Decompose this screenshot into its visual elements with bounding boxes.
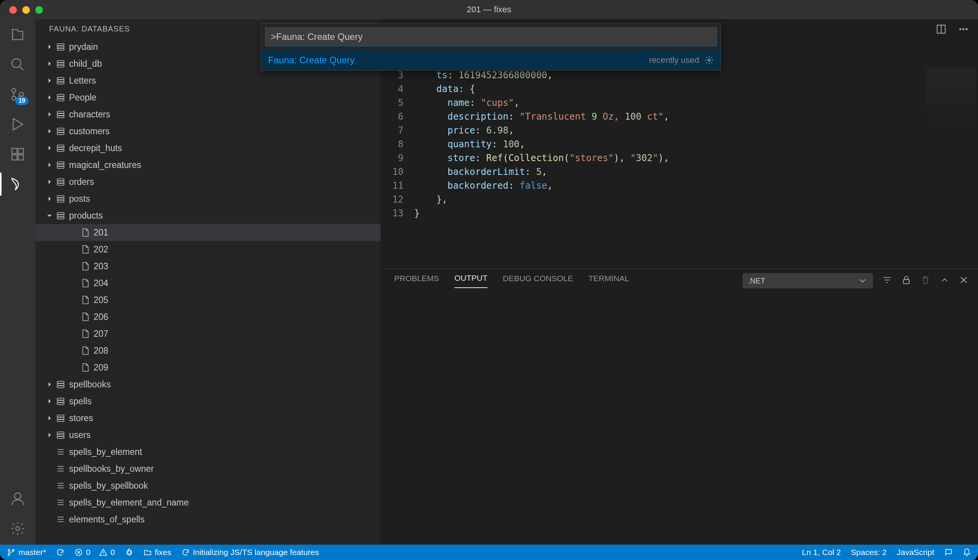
palette-result-item[interactable]: Fauna: Create Query recently used	[261, 50, 721, 70]
activity-bar: 19	[0, 19, 35, 545]
tree-item[interactable]: users	[35, 427, 380, 443]
gear-icon[interactable]	[705, 56, 714, 65]
svg-point-0	[12, 59, 21, 68]
run-debug-icon[interactable]	[9, 116, 26, 133]
tab-output[interactable]: OUTPUT	[455, 273, 488, 288]
tree-item[interactable]: stores	[35, 410, 380, 427]
source-control-icon[interactable]: 19	[9, 86, 26, 103]
tree-item[interactable]: decrepit_huts	[35, 140, 380, 157]
clear-output-icon[interactable]	[920, 275, 930, 287]
indent-status[interactable]: Spaces: 2	[851, 548, 887, 557]
svg-rect-22	[57, 111, 64, 113]
sidebar: FAUNA: DATABASES prydainchild_dbLettersP…	[35, 19, 380, 545]
window-title: 201 — fixes	[467, 5, 511, 15]
svg-point-64	[708, 59, 710, 62]
tree-label: spells_by_element_and_name	[69, 497, 189, 508]
svg-rect-7	[18, 155, 23, 160]
tree-item[interactable]: 205	[35, 292, 380, 308]
folder-status[interactable]: fixes	[143, 548, 172, 557]
tree-item[interactable]: spells	[35, 393, 380, 410]
tree-label: spellbooks_by_owner	[69, 464, 154, 474]
problems-status[interactable]: 0 0	[74, 548, 115, 557]
tree-item[interactable]: Letters	[35, 72, 380, 89]
svg-rect-33	[57, 167, 64, 168]
tree-item[interactable]: characters	[35, 106, 380, 123]
output-channel-select[interactable]: .NET	[743, 273, 873, 288]
lock-scroll-icon[interactable]	[901, 275, 911, 287]
tab-debug-console[interactable]: DEBUG CONSOLE	[503, 274, 573, 288]
svg-rect-42	[57, 217, 64, 219]
tree-item[interactable]: 201	[35, 224, 380, 241]
tree-item[interactable]: magical_creatures	[35, 157, 380, 173]
search-icon[interactable]	[9, 56, 26, 73]
command-palette-input[interactable]	[265, 27, 717, 47]
window-minimize[interactable]	[22, 6, 30, 14]
svg-rect-18	[57, 82, 64, 84]
sync-icon[interactable]	[56, 548, 65, 557]
init-status[interactable]: Initializing JS/TS language features	[182, 548, 319, 557]
tree-item[interactable]: spellbooks_by_owner	[35, 460, 380, 477]
tree-item[interactable]: posts	[35, 190, 380, 207]
svg-rect-47	[57, 400, 64, 402]
tree-label: characters	[69, 109, 110, 120]
tree-item[interactable]: 206	[35, 308, 380, 325]
svg-rect-16	[57, 77, 64, 79]
tree-item[interactable]: elements_of_spells	[35, 511, 380, 528]
svg-rect-28	[57, 145, 64, 147]
tree-item[interactable]: spells_by_element_and_name	[35, 494, 380, 511]
svg-rect-43	[57, 381, 64, 383]
accounts-icon[interactable]	[9, 490, 26, 507]
tree-label: prydain	[69, 42, 98, 52]
svg-rect-12	[57, 48, 64, 50]
tree-label: users	[69, 430, 90, 440]
bell-icon[interactable]	[963, 548, 971, 557]
tree-item[interactable]: 202	[35, 241, 380, 258]
titlebar: 201 — fixes	[0, 0, 978, 19]
explorer-icon[interactable]	[9, 26, 26, 43]
tree-item[interactable]: spells_by_element	[35, 443, 380, 460]
svg-point-9	[16, 527, 20, 530]
svg-rect-46	[57, 398, 64, 400]
minimap[interactable]	[926, 68, 976, 130]
tree-item[interactable]: 208	[35, 342, 380, 359]
svg-rect-39	[57, 200, 64, 202]
tree-item[interactable]: products	[35, 207, 380, 224]
tree-item[interactable]: 209	[35, 359, 380, 376]
window-close[interactable]	[9, 6, 17, 14]
tree-item[interactable]: spellbooks	[35, 376, 380, 393]
tab-terminal[interactable]: TERMINAL	[588, 274, 629, 288]
language-mode[interactable]: JavaScript	[897, 548, 934, 557]
tree-item[interactable]: spells_by_spellbook	[35, 477, 380, 494]
svg-rect-20	[57, 97, 64, 98]
tree-item[interactable]: 204	[35, 275, 380, 292]
tree-item[interactable]: orders	[35, 173, 380, 190]
window-maximize[interactable]	[35, 6, 43, 14]
svg-point-8	[15, 493, 21, 499]
git-branch[interactable]: master*	[7, 548, 46, 557]
svg-rect-45	[57, 386, 64, 388]
svg-rect-59	[903, 279, 909, 283]
tree-item[interactable]: 203	[35, 258, 380, 275]
scm-badge: 19	[15, 97, 28, 105]
expand-panel-icon[interactable]	[940, 275, 950, 287]
flame-icon[interactable]	[125, 548, 133, 557]
tab-problems[interactable]: PROBLEMS	[394, 274, 439, 288]
tree-label: posts	[69, 194, 90, 204]
settings-gear-icon[interactable]	[9, 520, 26, 537]
svg-rect-36	[57, 183, 64, 185]
extensions-icon[interactable]	[9, 146, 26, 163]
tree-label: 202	[93, 244, 108, 255]
svg-rect-40	[57, 212, 64, 214]
tree-label: child_db	[69, 59, 102, 69]
tree-item[interactable]: customers	[35, 123, 380, 140]
cursor-position[interactable]: Ln 1, Col 2	[802, 548, 841, 557]
tree-item[interactable]: 207	[35, 325, 380, 342]
svg-rect-32	[57, 164, 64, 166]
feedback-icon[interactable]	[944, 548, 953, 557]
tree-label: elements_of_spells	[69, 514, 145, 525]
close-panel-icon[interactable]	[959, 275, 969, 287]
tree-label: magical_creatures	[69, 160, 141, 170]
tree-item[interactable]: People	[35, 89, 380, 106]
filter-icon[interactable]	[882, 275, 892, 287]
fauna-icon[interactable]	[9, 176, 26, 193]
